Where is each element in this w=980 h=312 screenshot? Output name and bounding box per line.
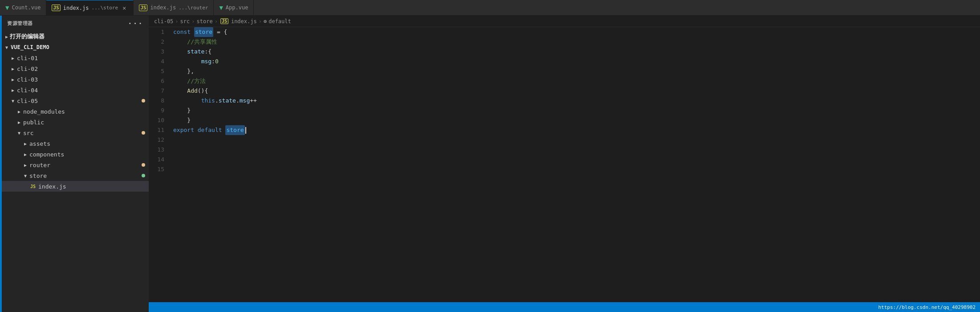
code-line-5: }, [173, 66, 980, 76]
breadcrumb-store: store [197, 18, 213, 25]
tab-label-router: index.js [150, 4, 176, 11]
js-file-icon: JS [30, 184, 36, 189]
tab-path-router: ...\router [179, 5, 208, 11]
tab-index-js-store[interactable]: JS index.js ...\store × [46, 0, 134, 15]
folder-label-cli05: cli-05 [17, 98, 38, 104]
tab-path: ...\store [92, 5, 118, 11]
breadcrumb: cli-05 › src › store › JS index.js › ⊙ d… [149, 16, 980, 27]
chevron-down-icon-store: ▼ [24, 173, 27, 178]
chevron-down-icon: ▼ [5, 45, 8, 50]
sidebar-more-button[interactable]: ··· [128, 19, 143, 28]
folder-router[interactable]: ▶ router [2, 160, 149, 170]
tab-bar: ▼ Count.vue JS index.js ...\store × JS i… [0, 0, 980, 16]
file-tree: ▶ cli-01 ▶ cli-02 ▶ cli-03 [2, 53, 149, 312]
breadcrumb-object-icon: ⊙ [264, 18, 267, 25]
open-editors-section[interactable]: ▶ 打开的编辑器 [2, 31, 149, 42]
chevron-right-icon-public: ▶ [18, 120, 20, 125]
folder-label-cli02: cli-02 [17, 66, 38, 72]
code-line-10: } [173, 106, 980, 115]
folder-cli-01[interactable]: ▶ cli-01 [2, 53, 149, 63]
code-line-12: } [173, 115, 980, 125]
breadcrumb-cli05: cli-05 [154, 18, 173, 25]
file-index-js[interactable]: JS index.js [2, 181, 149, 192]
folder-label-router: router [29, 162, 50, 168]
code-line-7: //方法 [173, 76, 980, 86]
folder-label-cli04: cli-04 [17, 87, 38, 94]
status-right: https://blog.csdn.net/qq_40298902 [878, 304, 976, 310]
folder-cli-02[interactable]: ▶ cli-02 [2, 63, 149, 74]
open-editors-label: 打开的编辑器 [10, 33, 45, 41]
tab-count-vue[interactable]: ▼ Count.vue [0, 0, 46, 15]
code-line-9: this.state.msg++ [173, 96, 980, 106]
breadcrumb-sep-1: › [175, 18, 178, 25]
code-line-15: export default store [173, 125, 980, 135]
folder-label-components: components [29, 151, 64, 158]
folder-label-cli03: cli-03 [17, 76, 38, 83]
breadcrumb-default: default [268, 18, 291, 25]
folder-label-src: src [23, 130, 33, 136]
folder-store[interactable]: ▼ store [2, 170, 149, 181]
folder-label-node-modules: node_modules [23, 108, 65, 115]
folder-label-assets: assets [29, 140, 50, 147]
breadcrumb-sep-2: › [191, 18, 195, 25]
js-icon-router: JS [139, 4, 147, 11]
sidebar: 资源管理器 ··· ▶ 打开的编辑器 ▼ VUE_CLI_DEMO [2, 16, 149, 312]
sidebar-header: 资源管理器 ··· [2, 16, 149, 31]
folder-cli-04[interactable]: ▶ cli-04 [2, 85, 149, 95]
chevron-right-icon-node-modules: ▶ [18, 109, 20, 114]
line-numbers: 1 2 3 4 5 6 7 8 9 10 11 12 13 14 15 [149, 27, 169, 302]
chevron-right-icon-cli02: ▶ [12, 66, 14, 71]
folder-node-modules[interactable]: ▶ node_modules [2, 106, 149, 117]
folder-label-public: public [23, 119, 44, 126]
status-bar: https://blog.csdn.net/qq_40298902 [149, 302, 980, 312]
breadcrumb-indexjs: index.js [231, 18, 257, 25]
file-label-index-js: index.js [38, 183, 66, 190]
chevron-right-icon-cli03: ▶ [12, 77, 14, 82]
chevron-down-icon-src: ▼ [18, 131, 20, 135]
tab-app-vue[interactable]: ▼ App.vue [214, 0, 254, 15]
modified-badge-router [142, 163, 145, 167]
chevron-right-icon: ▶ [5, 34, 8, 39]
tab-label-app: App.vue [226, 4, 248, 11]
folder-cli-03[interactable]: ▶ cli-03 [2, 74, 149, 85]
project-name: VUE_CLI_DEMO [11, 44, 49, 50]
chevron-right-icon-cli04: ▶ [12, 88, 14, 93]
code-line-8: Add(){ [173, 86, 980, 96]
status-watermark: https://blog.csdn.net/qq_40298902 [878, 304, 976, 310]
code-line-2: //共享属性 [173, 37, 980, 47]
tab-label: Count.vue [12, 4, 41, 11]
folder-assets[interactable]: ▶ assets [2, 138, 149, 149]
code-content: const store = { //共享属性 state:{ msg:0 [169, 27, 980, 302]
project-root[interactable]: ▼ VUE_CLI_DEMO [2, 42, 149, 53]
vue-icon-app: ▼ [219, 4, 223, 11]
breadcrumb-src: src [180, 18, 190, 25]
folder-components[interactable]: ▶ components [2, 149, 149, 160]
js-icon-active: JS [52, 4, 60, 11]
sidebar-title: 资源管理器 [7, 20, 33, 27]
chevron-down-icon-cli05: ▼ [12, 99, 14, 103]
modified-badge-cli05 [142, 99, 145, 103]
chevron-right-icon-router: ▶ [24, 163, 27, 168]
code-line-1: const store = { [173, 27, 980, 37]
folder-src[interactable]: ▼ src [2, 127, 149, 138]
folder-public[interactable]: ▶ public [2, 117, 149, 127]
folder-cli-05[interactable]: ▼ cli-05 [2, 95, 149, 106]
code-editor[interactable]: 1 2 3 4 5 6 7 8 9 10 11 12 13 14 15 [149, 27, 980, 302]
code-line-3: state:{ [173, 47, 980, 57]
tab-index-js-router[interactable]: JS index.js ...\router [134, 0, 214, 15]
main-area: 资源管理器 ··· ▶ 打开的编辑器 ▼ VUE_CLI_DEMO [0, 16, 980, 312]
breadcrumb-js-icon: JS [220, 18, 228, 24]
breadcrumb-sep-3: › [215, 18, 218, 25]
modified-badge-src [142, 131, 145, 135]
chevron-right-icon-cli01: ▶ [12, 56, 14, 61]
modified-badge-store [142, 174, 145, 177]
folder-label-cli01: cli-01 [17, 55, 38, 62]
vue-icon: ▼ [5, 4, 9, 11]
chevron-right-icon-components: ▶ [24, 152, 27, 157]
chevron-right-icon-assets: ▶ [24, 141, 27, 146]
folder-label-store: store [29, 172, 47, 179]
tab-close-button[interactable]: × [121, 4, 128, 12]
breadcrumb-sep-4: › [259, 18, 262, 25]
tab-label-active: index.js [63, 5, 89, 11]
code-line-4: msg:0 [173, 57, 980, 66]
